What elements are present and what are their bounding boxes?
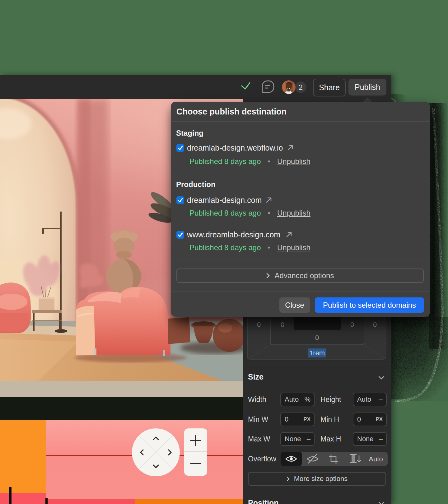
svg-text:Auto: Auto: [369, 455, 383, 463]
svg-text:0: 0: [315, 334, 319, 342]
svg-text:0: 0: [281, 321, 284, 329]
svg-text:1rem: 1rem: [309, 349, 325, 357]
svg-text:0: 0: [257, 321, 261, 329]
svg-text:0: 0: [350, 321, 354, 329]
svg-text:0: 0: [373, 321, 377, 329]
